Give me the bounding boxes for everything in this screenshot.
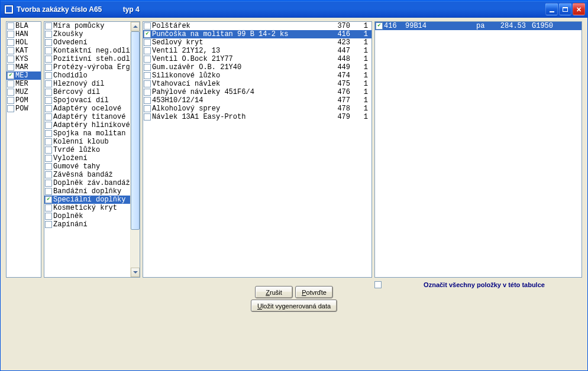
category-list[interactable]: Míra pomůckyZkouškyOdvedeníKontaktní neg… (44, 21, 140, 278)
scroll-up-button[interactable] (131, 22, 140, 31)
checkbox[interactable] (144, 80, 151, 87)
category-item[interactable]: Bércový díl (44, 88, 130, 96)
minimize-button[interactable] (545, 3, 558, 15)
selection-item[interactable]: 41699B14pa284.53G1950 (375, 22, 581, 30)
checkbox[interactable] (45, 47, 52, 54)
code-item[interactable]: MER (7, 80, 41, 88)
checkbox[interactable] (45, 105, 52, 112)
code-item[interactable]: MEJ (7, 71, 41, 80)
category-item[interactable]: Spojovací díl (44, 96, 130, 105)
checkbox[interactable] (45, 155, 52, 162)
checkbox[interactable] (45, 130, 52, 137)
close-button[interactable] (573, 3, 585, 15)
checkbox[interactable] (7, 47, 14, 54)
checkbox[interactable] (376, 22, 383, 30)
checkbox[interactable] (7, 105, 14, 112)
checkbox[interactable] (45, 138, 52, 145)
checkbox[interactable] (45, 97, 52, 104)
category-item[interactable]: Doplněk záv.bandáže (44, 179, 130, 187)
checkbox[interactable] (45, 204, 52, 211)
product-item[interactable]: Polštářek3701 (143, 22, 371, 30)
category-item[interactable]: Adaptéry titanové (44, 113, 130, 121)
selection-list[interactable]: 41699B14pa284.53G1950 (374, 21, 582, 278)
category-item[interactable]: Chodidlo (44, 71, 130, 80)
code-item[interactable]: KYS (7, 55, 41, 63)
checkbox[interactable] (144, 47, 151, 54)
checkbox[interactable] (45, 113, 52, 121)
code-item[interactable]: HAN (7, 30, 41, 38)
category-item[interactable]: Tvrdé lůžko (44, 146, 130, 154)
category-item[interactable]: Zkoušky (44, 30, 130, 38)
checkbox[interactable] (7, 72, 14, 79)
checkbox[interactable] (45, 39, 52, 46)
product-item[interactable]: Ventil 21Y12, 134471 (143, 47, 371, 55)
category-item[interactable]: Míra pomůcky (44, 22, 130, 30)
checkbox[interactable] (144, 97, 151, 104)
checkbox[interactable] (45, 122, 52, 129)
category-item[interactable]: Zapínání (44, 220, 130, 229)
checkbox[interactable] (45, 213, 52, 220)
checkbox[interactable] (45, 22, 52, 30)
scroll-thumb[interactable] (131, 31, 140, 230)
checkbox[interactable] (144, 56, 151, 63)
checkbox[interactable] (45, 163, 52, 170)
category-item[interactable]: Bandážní doplňky (44, 187, 130, 196)
checkbox[interactable] (7, 22, 14, 30)
maximize-button[interactable] (559, 3, 571, 15)
checkbox[interactable] (45, 56, 52, 63)
category-item[interactable]: Kontaktní neg.odlit (44, 47, 130, 55)
category-item[interactable]: Gumové tahy (44, 162, 130, 171)
code-item[interactable]: MAR (7, 63, 41, 71)
checkbox[interactable] (7, 80, 14, 87)
checkbox[interactable] (45, 147, 52, 154)
category-item[interactable]: Kolenní kloub (44, 138, 130, 146)
checkbox[interactable] (45, 72, 52, 79)
titlebar[interactable]: Tvorba zakázky číslo A65 typ 4 (1, 1, 587, 18)
category-item[interactable]: Pozitivní steh.odlit (44, 55, 130, 63)
code-item[interactable]: MUZ (7, 88, 41, 96)
checkbox[interactable] (45, 188, 52, 195)
code-item[interactable]: POM (7, 96, 41, 105)
category-item[interactable]: Doplněk (44, 212, 130, 220)
code-item[interactable]: HOL (7, 38, 41, 47)
code-item[interactable]: BLA (7, 22, 41, 30)
product-item[interactable]: Alkoholový sprey4781 (143, 105, 371, 113)
code-item[interactable]: KAT (7, 47, 41, 55)
category-item[interactable]: Kosmetický kryt (44, 204, 130, 212)
checkbox[interactable] (144, 113, 151, 121)
category-item[interactable]: Speciální doplňky (44, 196, 130, 204)
checkbox[interactable] (144, 89, 151, 96)
save-generated-button[interactable]: Uložit vygenerovaná data (251, 300, 337, 312)
checkbox[interactable] (45, 180, 52, 187)
checkbox[interactable] (45, 64, 52, 71)
product-item[interactable]: Punčoška na molitan 99 B 14-2 ks4161 (143, 30, 371, 38)
checkbox[interactable] (7, 64, 14, 71)
checkbox[interactable] (144, 72, 151, 79)
product-item[interactable]: Pahýlové návleky 451F6/44761 (143, 88, 371, 96)
confirm-button[interactable]: Potvrďte (295, 286, 333, 298)
checkbox[interactable] (144, 39, 151, 46)
checkbox[interactable] (7, 89, 14, 96)
category-item[interactable]: Protézy-výroba Ergon (44, 63, 130, 71)
checkbox[interactable] (45, 89, 52, 96)
scroll-down-button[interactable] (131, 268, 140, 277)
category-item[interactable]: Spojka na molitan (44, 129, 130, 138)
code-list[interactable]: BLAHANHOLKATKYSMARMEJMERMUZPOMPOW (6, 21, 41, 278)
checkbox[interactable] (45, 80, 52, 87)
checkbox[interactable] (144, 105, 151, 112)
checkbox[interactable] (144, 22, 151, 30)
checkbox[interactable] (45, 31, 52, 38)
checkbox[interactable] (144, 31, 151, 38)
code-item[interactable]: POW (7, 105, 41, 113)
checkbox[interactable] (45, 196, 52, 203)
category-item[interactable]: Hleznový díl (44, 80, 130, 88)
checkbox[interactable] (7, 31, 14, 38)
product-item[interactable]: Vtahovací návlek4751 (143, 80, 371, 88)
product-item[interactable]: Ventil O.Bock 21Y774481 (143, 55, 371, 63)
item-list[interactable]: Polštářek3701Punčoška na molitan 99 B 14… (143, 21, 372, 278)
checkbox[interactable] (144, 64, 151, 71)
product-item[interactable]: Návlek 13A1 Easy-Proth4791 (143, 113, 371, 121)
category-item[interactable]: Adaptéry ocelové (44, 105, 130, 113)
category-item[interactable]: Závěsná bandáž (44, 171, 130, 179)
checkbox[interactable] (7, 56, 14, 63)
